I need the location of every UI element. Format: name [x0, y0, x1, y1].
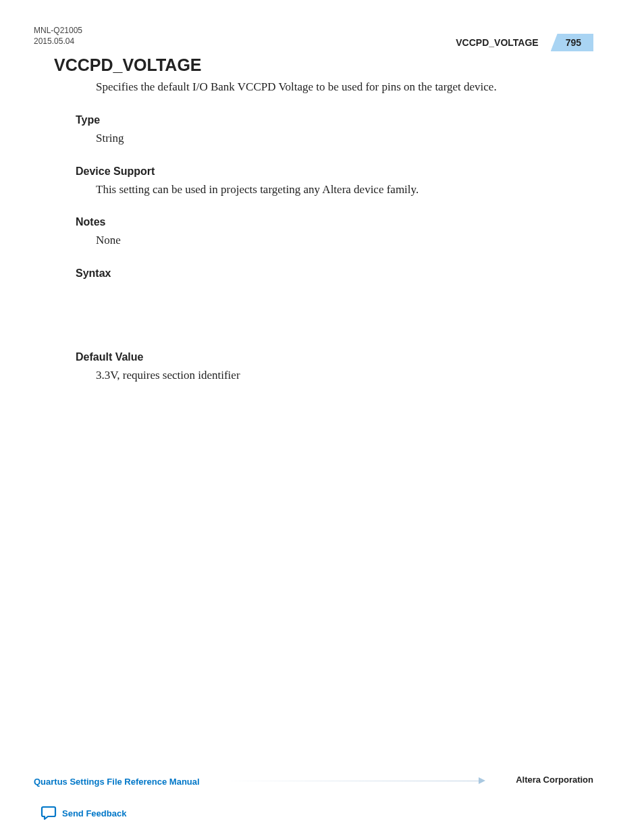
page-footer: Quartus Settings File Reference Manual A…	[34, 775, 593, 788]
header-topic: VCCPD_VOLTAGE	[456, 37, 538, 48]
intro-text: Specifies the default I/O Bank VCCPD Vol…	[96, 79, 590, 95]
page-header: MNL-Q21005 2015.05.04 VCCPD_VOLTAGE 795	[0, 26, 644, 47]
footer-arrow-icon	[223, 779, 485, 783]
send-feedback-label: Send Feedback	[62, 808, 126, 818]
section-heading-syntax: Syntax	[76, 267, 590, 280]
section-body-notes: None	[96, 232, 590, 249]
section-body-default-value: 3.3V, requires section identifier	[96, 367, 590, 384]
company-name: Altera Corporation	[516, 775, 593, 785]
manual-title-link[interactable]: Quartus Settings File Reference Manual	[34, 777, 200, 787]
page-title: VCCPD_VOLTAGE	[54, 55, 590, 75]
section-heading-type: Type	[76, 114, 590, 126]
section-body-type: String	[96, 130, 590, 147]
section-heading-device-support: Device Support	[76, 165, 590, 178]
header-right: VCCPD_VOLTAGE 795	[456, 34, 593, 51]
section-heading-default-value: Default Value	[76, 351, 590, 363]
speech-bubble-icon	[41, 806, 57, 820]
syntax-empty-area	[54, 284, 590, 351]
page-number-badge: 795	[551, 34, 593, 51]
send-feedback-link[interactable]: Send Feedback	[41, 806, 126, 820]
section-heading-notes: Notes	[76, 216, 590, 228]
section-body-device-support: This setting can be used in projects tar…	[96, 182, 590, 198]
content: VCCPD_VOLTAGE Specifies the default I/O …	[54, 55, 590, 402]
